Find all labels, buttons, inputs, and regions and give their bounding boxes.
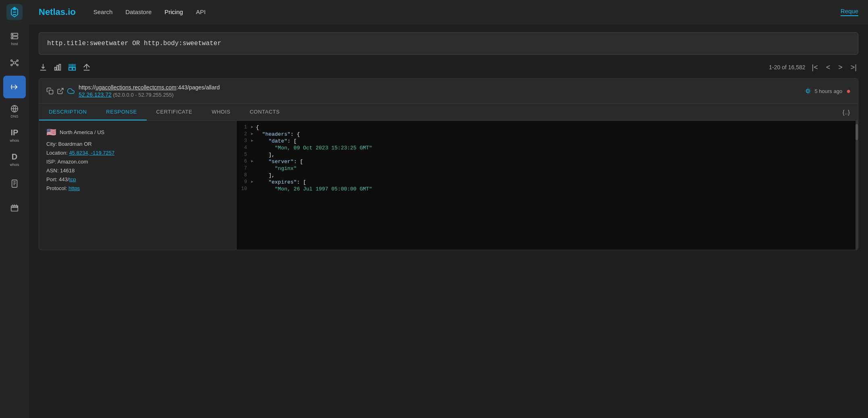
nav-datastore[interactable]: Datastore xyxy=(125,8,152,15)
tab-json[interactable]: {..} xyxy=(835,104,858,120)
pagination-text: 1-20 of 16,582 xyxy=(769,64,805,70)
line-number: 3 xyxy=(237,138,251,144)
tab-contacts[interactable]: CONTACTS xyxy=(240,104,290,120)
svg-point-4 xyxy=(13,8,16,10)
result-url-link[interactable]: https://ugacollections.recollectcms.com:… xyxy=(79,84,220,91)
fold-toggle xyxy=(251,152,256,156)
sidebar-dns-label: DNS xyxy=(10,114,18,118)
svg-rect-34 xyxy=(73,68,75,70)
first-page-button[interactable]: |< xyxy=(810,63,820,72)
json-line-6: 6 ▶ "server": [ xyxy=(237,158,856,165)
external-link-button[interactable] xyxy=(57,87,64,95)
location-link[interactable]: 45.8234, -119.7257 xyxy=(69,150,114,156)
scroll-thumb[interactable] xyxy=(856,124,858,140)
tab-certificate[interactable]: CERTIFICATE xyxy=(147,104,202,120)
sidebar-item-domain-whois[interactable]: D whois xyxy=(3,148,26,171)
scroll-indicator xyxy=(856,121,858,250)
json-panel: 1 ▶ { 2 ▶ "headers": { 3 ▶ "date": [ xyxy=(237,121,856,250)
json-content: "server" xyxy=(256,159,294,165)
json-content: "Mon, 09 Oct 2023 15:23:25 GMT" xyxy=(256,145,372,151)
pagination: 1-20 of 16,582 |< < > >| xyxy=(769,63,858,72)
nav-search[interactable]: Search xyxy=(93,8,113,15)
fold-toggle xyxy=(251,145,256,149)
line-number: 5 xyxy=(237,152,251,157)
nav-pricing[interactable]: Pricing xyxy=(164,8,183,15)
share-button[interactable] xyxy=(82,63,91,72)
line-number: 8 xyxy=(237,172,251,178)
sidebar-item-ip-whois[interactable]: IP whois xyxy=(3,124,26,147)
logo xyxy=(6,3,23,21)
fold-toggle[interactable]: ▶ xyxy=(251,159,256,163)
result-time: 5 hours ago ● xyxy=(804,87,851,95)
result-tabs: DESCRIPTION RESPONSE CERTIFICATE WHOIS C… xyxy=(39,104,858,121)
svg-rect-20 xyxy=(12,180,17,187)
svg-point-7 xyxy=(12,34,13,35)
copy-button[interactable] xyxy=(46,87,54,95)
sidebar-item-redirect[interactable] xyxy=(3,76,26,98)
sidebar-item-host[interactable]: host xyxy=(3,27,26,50)
line-number: 7 xyxy=(237,166,251,171)
json-line-7: 7 "nginx" xyxy=(237,165,856,172)
port-protocol-link[interactable]: tcp xyxy=(69,176,76,182)
main-content: Netlas.io Search Datastore Pricing API R… xyxy=(29,0,868,418)
description-panel: 🇺🇸 North America / US City: Boardman OR … xyxy=(39,121,237,250)
tab-description[interactable]: DESCRIPTION xyxy=(39,104,96,120)
svg-line-14 xyxy=(12,61,14,62)
docs-icon xyxy=(10,179,19,188)
fold-toggle[interactable]: ▶ xyxy=(251,179,256,184)
search-query: http.title:sweetwater OR http.body:sweet… xyxy=(47,40,221,47)
bug-icon xyxy=(6,4,23,20)
json-content: "date" xyxy=(256,138,287,144)
sidebar-item-network[interactable] xyxy=(3,52,26,74)
content-area: http.title:sweetwater OR http.body:sweet… xyxy=(29,24,868,418)
json-content: "expires" xyxy=(256,179,297,185)
svg-rect-30 xyxy=(59,64,61,70)
tab-response[interactable]: RESPONSE xyxy=(96,104,146,120)
fold-toggle[interactable]: ▶ xyxy=(251,138,256,143)
url-protocol: https:// xyxy=(79,84,96,91)
nav-request[interactable]: Reque xyxy=(841,8,858,16)
json-content: ] xyxy=(256,172,272,178)
last-page-button[interactable]: >| xyxy=(849,63,858,72)
chart-button[interactable] xyxy=(53,63,62,72)
list-button[interactable] xyxy=(68,63,77,72)
svg-line-36 xyxy=(60,88,63,91)
prev-page-button[interactable]: < xyxy=(824,63,832,72)
status-indicator: ● xyxy=(846,87,851,95)
download-button[interactable] xyxy=(39,63,48,72)
sidebar-dwhois-label: whois xyxy=(10,163,19,167)
svg-rect-31 xyxy=(69,64,72,67)
search-bar[interactable]: http.title:sweetwater OR http.body:sweet… xyxy=(39,32,858,55)
json-line-3: 3 ▶ "date": [ xyxy=(237,138,856,145)
cloud-icon xyxy=(67,87,75,95)
line-number: 6 xyxy=(237,159,251,164)
cloud-button[interactable] xyxy=(67,87,75,95)
result-ip-link[interactable]: 52.26.123.72 xyxy=(79,91,112,98)
time-ago-text: 5 hours ago xyxy=(814,88,842,94)
nav-api[interactable]: API xyxy=(196,8,206,15)
download-icon xyxy=(39,63,48,72)
fold-toggle[interactable]: ▶ xyxy=(251,131,256,136)
result-url: https://ugacollections.recollectcms.com:… xyxy=(79,84,800,98)
sidebar-item-docs[interactable] xyxy=(3,172,26,195)
svg-line-27 xyxy=(17,205,17,207)
json-line-10: 10 "Mon, 26 Jul 1997 05:00:00 GMT" xyxy=(237,186,856,192)
sidebar-item-clapperboard[interactable] xyxy=(3,197,26,219)
location-row: Location: 45.8234, -119.7257 xyxy=(46,150,229,156)
isp-row: ISP: Amazon.com xyxy=(46,159,229,165)
protocol-link[interactable]: https xyxy=(69,185,80,191)
next-page-button[interactable]: > xyxy=(837,63,844,72)
toolbar: 1-20 of 16,582 |< < > >| xyxy=(39,63,858,72)
svg-point-37 xyxy=(807,90,810,93)
json-content: { xyxy=(256,124,259,130)
result-ip-range: (52.0.0.0 - 52.79.255.255) xyxy=(113,92,173,98)
scan-time-icon xyxy=(804,87,812,95)
sidebar-item-dns[interactable]: DNS xyxy=(3,100,26,122)
d-icon: D xyxy=(12,152,17,161)
json-line-5: 5 ], xyxy=(237,151,856,158)
fold-toggle[interactable]: ▶ xyxy=(251,124,256,129)
svg-point-8 xyxy=(12,37,13,38)
svg-line-26 xyxy=(15,205,15,207)
tab-whois[interactable]: WHOIS xyxy=(202,104,240,120)
top-navigation: Netlas.io Search Datastore Pricing API R… xyxy=(29,0,868,24)
